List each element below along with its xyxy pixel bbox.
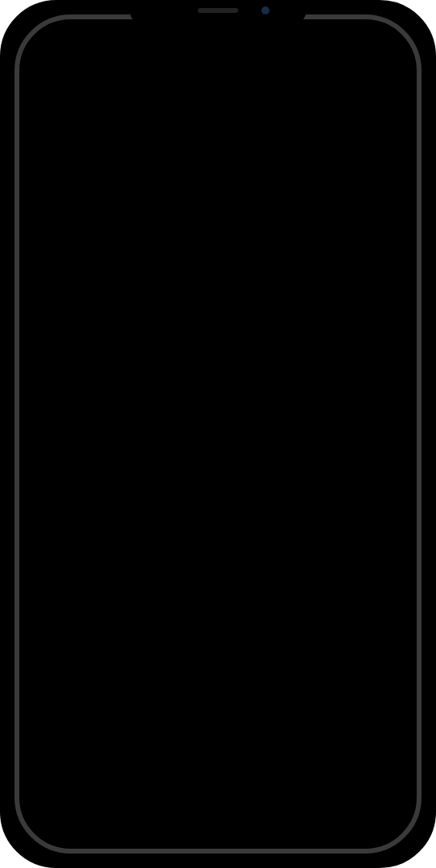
toggle-scan-qr[interactable] [360,358,405,386]
row-label: Preserve Settings [31,286,145,303]
nav-title: Camera [190,63,246,81]
row-formats[interactable]: Formats [16,121,420,160]
back-button[interactable]: Settings [24,63,93,81]
row-record-slomo[interactable]: Record Slo-mo 1080p at 240 fps [16,199,420,237]
row-lens-correction: Lens Correction [16,750,420,788]
section-header-composition: COMPOSITION [16,392,420,434]
chevron-right-icon [399,172,405,186]
svg-rect-2 [395,33,397,37]
row-preserve-settings[interactable]: Preserve Settings [16,276,420,314]
toggle-lens-correction[interactable] [360,755,405,783]
footer-scene-detection: Automatically improve photos of various … [16,630,420,678]
row-value: 1080p at 240 fps [283,209,391,226]
row-grid: Grid [16,434,420,473]
row-volume-burst: Use Volume Up for Burst [16,314,420,353]
row-scene-detection: Scene Detection [16,592,420,630]
row-label: Grid [31,444,58,461]
row-value: 4K at 60 fps [314,170,391,187]
status-time: 14:04 [45,27,80,43]
row-label: Mirror Front Camera [31,483,162,500]
row-label: Use Volume Up for Burst [31,325,190,342]
row-label: Scene Detection [31,603,137,620]
row-outside-frame: View Outside the Frame [16,511,420,550]
toggle-mirror[interactable] [360,478,405,506]
row-label: Record Video [31,170,118,187]
row-label: Formats [31,133,84,149]
nav-header: Settings Camera [16,53,420,92]
footer-prioritize: Intelligently adapt image quality when r… [16,717,420,750]
back-label: Settings [37,63,93,81]
row-label: Record Stereo Sound [31,248,170,264]
battery-icon [375,30,397,40]
wifi-icon [356,30,370,40]
toggle-scene-detection[interactable] [360,597,405,624]
section-header-photo-capture: PHOTO CAPTURE [16,550,420,592]
toggle-outside-frame[interactable] [360,517,405,544]
row-record-stereo: Record Stereo Sound [16,237,420,276]
row-label: Record Slo-mo [31,209,127,226]
row-prioritize: Prioritize Faster Shooting [16,678,420,717]
chevron-right-icon [399,133,405,148]
cell-signal-icon [338,30,352,39]
row-record-video[interactable]: Record Video 4K at 60 fps [16,160,420,199]
phone-screen: 14:04 Settings Camera Formats [16,16,420,852]
row-label: Scan QR Codes [31,364,135,381]
chevron-left-icon [24,63,35,81]
chevron-right-icon [399,288,405,302]
toggle-record-stereo[interactable] [360,243,405,270]
status-indicators [338,30,398,40]
chevron-right-icon [399,211,405,225]
toggle-prioritize[interactable] [360,684,405,711]
row-scan-qr: Scan QR Codes [16,353,420,391]
settings-list: Formats Record Video 4K at 60 fps Reco [16,92,420,852]
toggle-grid[interactable] [360,440,405,467]
row-mirror: Mirror Front Camera [16,473,420,511]
toggle-volume-burst[interactable] [360,320,405,347]
row-label: Lens Correction [31,760,133,777]
svg-rect-1 [377,32,385,38]
row-label: View Outside the Frame [31,522,186,539]
row-label: Prioritize Faster Shooting [31,689,193,706]
home-indicator[interactable] [162,840,274,844]
